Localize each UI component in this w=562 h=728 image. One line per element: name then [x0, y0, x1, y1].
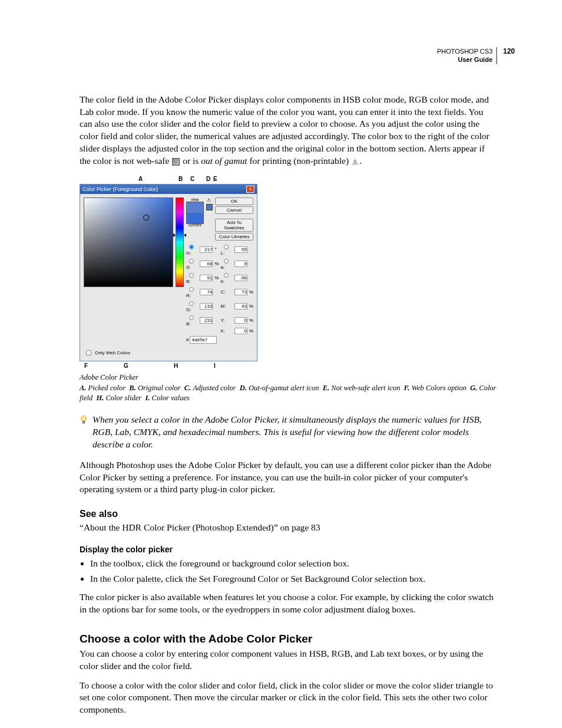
close-icon[interactable]: × — [246, 186, 254, 193]
ok-button[interactable]: OK — [215, 197, 253, 205]
list-item: In the Color palette, click the Set Fore… — [90, 572, 497, 585]
only-web-colors-checkbox[interactable] — [86, 350, 91, 355]
a-radio[interactable] — [224, 259, 229, 263]
figure-caption: Adobe Color Picker — [80, 373, 497, 382]
s-input[interactable] — [200, 261, 213, 267]
callout-h: H — [174, 363, 178, 369]
add-swatches-button[interactable]: Add To Swatches — [215, 219, 253, 232]
bv-input[interactable] — [200, 275, 213, 281]
only-web-colors-label: Only Web Colors — [95, 350, 130, 355]
web-safe-cube-icon — [172, 158, 180, 166]
c-input[interactable] — [234, 289, 247, 295]
list-item: In the toolbox, click the foreground or … — [90, 556, 497, 570]
doc-type: User Guide — [458, 56, 492, 63]
dialog-title: Color Picker (Foreground Color) — [82, 186, 158, 192]
see-also-link: “About the HDR Color Picker (Photoshop E… — [80, 522, 497, 534]
r-radio[interactable] — [189, 287, 194, 292]
lightbulb-icon — [80, 415, 88, 426]
l-radio[interactable] — [224, 245, 229, 249]
color-picker-figure: A B C D E Color Picker (Foreground Color… — [80, 176, 256, 371]
hue-slider[interactable] — [176, 197, 184, 287]
display-picker-heading: Display the color picker — [80, 545, 497, 554]
bv-radio[interactable] — [189, 273, 194, 278]
svg-point-0 — [81, 416, 87, 422]
color-values-grid: H:° L: S:% a: B:% b: R: C:% G: M:% B: Y:… — [186, 243, 253, 334]
h-input[interactable] — [200, 246, 213, 253]
l-input[interactable] — [234, 246, 247, 253]
product-name: PHOTOSHOP CS3 — [437, 48, 492, 55]
cancel-button[interactable]: Cancel — [215, 206, 253, 214]
page-header: PHOTOSHOP CS3 User Guide 120 — [80, 47, 497, 64]
k-input[interactable] — [234, 328, 247, 334]
see-also-heading: See also — [80, 509, 497, 519]
a-input[interactable] — [234, 261, 247, 267]
callout-g: G — [124, 363, 128, 369]
callout-a: A — [138, 176, 143, 182]
b-radio[interactable] — [224, 273, 229, 278]
y-input[interactable] — [234, 317, 247, 324]
paragraph-5: To choose a color with the color slider … — [80, 680, 497, 717]
svg-rect-1 — [82, 421, 85, 423]
current-label: current — [189, 223, 201, 227]
hex-prefix: # — [186, 337, 189, 342]
r-input[interactable] — [200, 289, 213, 295]
callout-d: D — [206, 176, 210, 182]
color-libraries-button[interactable]: Color Libraries — [215, 233, 253, 241]
display-picker-bullets: In the toolbox, click the foreground or … — [80, 556, 497, 585]
new-label: new — [191, 197, 199, 202]
color-picker-dialog: Color Picker (Foreground Color) × new cu… — [80, 184, 257, 361]
m-input[interactable] — [234, 303, 247, 309]
paragraph-4: You can choose a color by entering color… — [80, 648, 497, 673]
intro-paragraph: The color field in the Adobe Color Picke… — [80, 94, 497, 168]
bl-input[interactable] — [200, 317, 213, 324]
gamut-warning-icon — [352, 159, 359, 165]
color-swatch — [186, 202, 204, 224]
callout-c: C — [190, 176, 194, 182]
h-radio[interactable] — [189, 245, 194, 249]
paragraph-2: Although Photoshop uses the Adobe Color … — [80, 459, 497, 496]
g-radio[interactable] — [189, 301, 194, 306]
figure-legend: A. Picked color B. Original color C. Adj… — [80, 383, 497, 403]
callout-b: B — [178, 176, 183, 182]
tip-block: When you select a color in the Adobe Col… — [80, 414, 497, 451]
bl-radio[interactable] — [189, 315, 194, 320]
callout-i: I — [214, 363, 216, 369]
paragraph-3: The color picker is also available when … — [80, 591, 497, 616]
callout-f: F — [84, 363, 88, 369]
color-field[interactable] — [84, 197, 173, 287]
tip-text: When you select a color in the Adobe Col… — [92, 414, 497, 451]
b-input[interactable] — [234, 275, 247, 281]
s-radio[interactable] — [189, 259, 194, 263]
hex-input[interactable] — [190, 336, 217, 344]
callout-e: E — [213, 176, 217, 182]
choose-color-heading: Choose a color with the Adobe Color Pick… — [80, 633, 497, 645]
websafe-alert-icon[interactable] — [206, 204, 213, 210]
gamut-alert-icon[interactable]: ⚠ — [206, 197, 211, 203]
page-number: 120 — [503, 47, 515, 55]
g-input[interactable] — [200, 303, 213, 309]
